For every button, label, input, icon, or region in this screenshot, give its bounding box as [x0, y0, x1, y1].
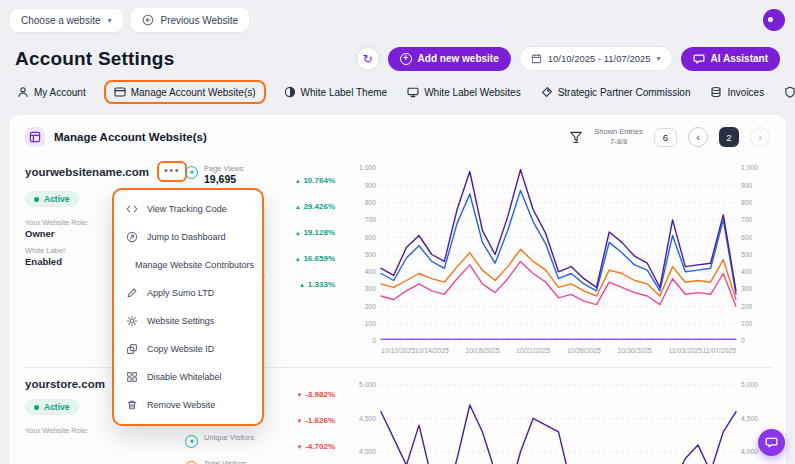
svg-text:5,000: 5,000: [741, 382, 758, 389]
trend-up-icon: ▴: [300, 281, 304, 289]
contrast-icon: [284, 86, 296, 98]
status-dot-icon: [34, 405, 39, 410]
tab-privacy-consents[interactable]: Privacy Consents: [782, 81, 795, 103]
add-new-website-button[interactable]: + Add new website: [388, 47, 511, 71]
svg-text:4,000: 4,000: [359, 448, 376, 455]
svg-text:500: 500: [365, 251, 377, 258]
status-dot-icon: [34, 197, 39, 202]
dashboard-icon: [126, 231, 138, 243]
svg-text:10/22/2025: 10/22/2025: [516, 347, 550, 354]
invoices-icon: [710, 86, 722, 98]
filter-icon[interactable]: [569, 130, 583, 144]
shield-icon: [784, 86, 795, 98]
website-options-menu: View Tracking Code Jump to Dashboard Man…: [112, 188, 264, 426]
plus-icon: +: [400, 53, 412, 65]
chevron-down-icon: ▾: [657, 54, 661, 63]
site2-name: yourstore.com: [25, 378, 105, 390]
more-options-icon: •••: [164, 164, 180, 176]
grid-icon: [126, 371, 138, 383]
stat-unique-visitors: ● Unique Visitors ▾-4.702%: [185, 433, 335, 451]
arrow-left-circle-icon: [142, 14, 154, 26]
date-range-picker[interactable]: 10/10/2025 - 11/07/2025 ▾: [519, 46, 673, 71]
menu-item-copy-website-id[interactable]: Copy Website ID: [114, 335, 262, 363]
tab-manage-account-websites[interactable]: Manage Account Website(s): [104, 80, 266, 104]
stat-page-views: ● Page Views 19,695▴10.764%: [185, 164, 335, 185]
trend-up-icon: ▴: [296, 255, 300, 263]
chat-icon: [765, 436, 778, 449]
chevron-right-icon: ›: [758, 132, 762, 143]
card-header: Manage Account Website(s) Shown Entries …: [23, 125, 772, 157]
menu-item-view-tracking-code[interactable]: View Tracking Code: [114, 195, 262, 223]
refresh-button[interactable]: ↻: [356, 47, 380, 71]
shown-entries: Shown Entries 7-8/8: [594, 127, 642, 147]
trend-down-icon: ▾: [298, 443, 302, 451]
copy-icon: [126, 343, 138, 355]
trend-down-icon: ▾: [298, 417, 302, 425]
user-icon: [17, 86, 29, 98]
svg-text:400: 400: [365, 268, 377, 275]
page-views-icon: ●: [185, 166, 198, 179]
site1-status-badge: Active: [25, 191, 79, 207]
page-size-select[interactable]: 6: [654, 128, 677, 147]
menu-item-apply-sumo-ltd[interactable]: Apply Sumo LTD: [114, 279, 262, 307]
site1-chart-area: 0010010020020030030040040050050060060070…: [347, 161, 770, 357]
trend-down-icon: ▾: [298, 391, 302, 399]
monitor-icon: [407, 86, 419, 98]
chevron-left-icon: ‹: [696, 132, 700, 143]
prev-page-button[interactable]: ‹: [688, 127, 708, 147]
account-settings-page: Choose a website ▾ Previous Website Acco…: [0, 0, 795, 464]
svg-text:0: 0: [741, 338, 745, 345]
svg-text:300: 300: [365, 286, 377, 293]
trend-up-icon: ▴: [296, 203, 300, 211]
site1-name: yourwebsitename.com: [25, 166, 149, 178]
site2-role-label: Your Website Role:: [25, 426, 173, 435]
calendar-icon: [531, 53, 542, 64]
svg-text:10/30/2025: 10/30/2025: [618, 347, 652, 354]
svg-text:11/07/2025: 11/07/2025: [702, 347, 736, 354]
svg-text:200: 200: [365, 303, 377, 310]
ai-assistant-button[interactable]: AI Assistant: [681, 47, 780, 71]
tab-invoices[interactable]: Invoices: [708, 81, 766, 103]
menu-item-jump-to-dashboard[interactable]: Jump to Dashboard: [114, 223, 262, 251]
svg-text:4,000: 4,000: [741, 448, 758, 455]
menu-item-website-settings[interactable]: Website Settings: [114, 307, 262, 335]
svg-text:600: 600: [365, 234, 377, 241]
svg-text:11/03/2025: 11/03/2025: [669, 347, 703, 354]
site1-more-options-button[interactable]: •••: [157, 161, 187, 182]
menu-item-remove-website[interactable]: Remove Website: [114, 391, 262, 419]
choose-website-dropdown[interactable]: Choose a website ▾: [10, 9, 123, 32]
unique-visitors-icon: ●: [185, 435, 198, 448]
svg-text:100: 100: [741, 320, 753, 327]
tab-white-label-websites[interactable]: White Label Websites: [405, 81, 523, 103]
gear-icon: [126, 315, 138, 327]
card-title: Manage Account Website(s): [54, 131, 207, 143]
svg-text:5,000: 5,000: [359, 382, 376, 389]
svg-text:500: 500: [741, 251, 753, 258]
tab-strategic-partner-commission[interactable]: Strategic Partner Commission: [539, 81, 693, 103]
svg-text:10/10/2025: 10/10/2025: [381, 347, 415, 354]
menu-item-manage-website-contributors[interactable]: Manage Website Contributors: [114, 251, 262, 279]
svg-text:10/18/2025: 10/18/2025: [465, 347, 499, 354]
svg-text:300: 300: [741, 286, 753, 293]
svg-text:1,000: 1,000: [359, 165, 376, 172]
browser-icon: [114, 86, 126, 98]
avatar[interactable]: [763, 9, 785, 31]
svg-text:1,000: 1,000: [741, 165, 758, 172]
svg-text:10/14/2025: 10/14/2025: [415, 347, 449, 354]
previous-website-button[interactable]: Previous Website: [131, 8, 250, 32]
tab-my-account[interactable]: My Account: [15, 81, 88, 103]
svg-text:200: 200: [741, 303, 753, 310]
chat-fab-button[interactable]: [758, 429, 785, 456]
menu-item-disable-whitelabel[interactable]: Disable Whitelabel: [114, 363, 262, 391]
svg-text:0: 0: [372, 338, 376, 345]
choose-website-label: Choose a website: [21, 15, 101, 26]
svg-text:4,500: 4,500: [741, 415, 758, 422]
svg-text:100: 100: [365, 320, 377, 327]
trend-up-icon: ▴: [296, 177, 300, 185]
chevron-down-icon: ▾: [108, 16, 112, 25]
pencil-icon: [126, 287, 138, 299]
trend-up-icon: ▴: [296, 229, 300, 237]
next-page-button[interactable]: ›: [750, 127, 770, 147]
tab-white-label-theme[interactable]: White Label Theme: [282, 81, 390, 103]
svg-text:800: 800: [741, 199, 753, 206]
